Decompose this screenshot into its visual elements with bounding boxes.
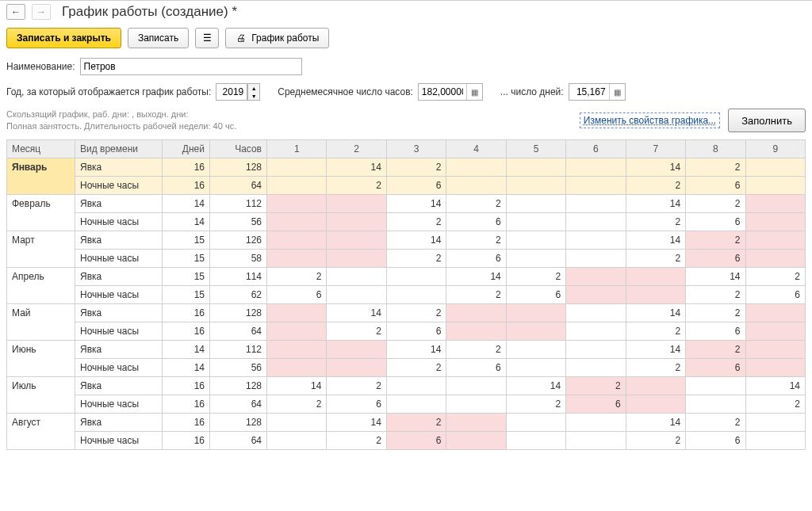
day-cell[interactable] (386, 395, 446, 413)
day-cell[interactable]: 2 (446, 194, 506, 212)
day-cell[interactable]: 6 (686, 322, 745, 340)
day-cell[interactable] (327, 267, 386, 285)
save-and-close-button[interactable]: Записать и закрыть (6, 28, 121, 48)
day-cell[interactable]: 6 (686, 176, 745, 194)
hours-cell[interactable]: 64 (210, 322, 267, 340)
day-cell[interactable] (745, 322, 806, 340)
days-cell[interactable]: 14 (163, 194, 210, 212)
days-cell[interactable]: 16 (163, 395, 210, 413)
day-cell[interactable]: 14 (327, 158, 386, 176)
days-cell[interactable]: 16 (163, 322, 210, 340)
day-cell[interactable] (506, 431, 565, 449)
day-cell[interactable]: 2 (267, 267, 327, 285)
day-cell[interactable] (745, 303, 806, 322)
day-cell[interactable] (566, 340, 626, 358)
days-cell[interactable]: 16 (163, 158, 210, 176)
day-cell[interactable] (267, 431, 327, 449)
day-cell[interactable] (506, 303, 565, 322)
table-row[interactable]: ИюньЯвка14112142142 (7, 340, 806, 358)
table-row[interactable]: ФевральЯвка14112142142 (7, 194, 806, 212)
change-properties-link[interactable]: Изменить свойства графика... (580, 112, 720, 128)
days-cell[interactable]: 14 (163, 340, 210, 358)
day-cell[interactable]: 2 (446, 285, 506, 303)
day-cell[interactable] (327, 340, 386, 358)
day-cell[interactable]: 6 (386, 322, 446, 340)
hours-cell[interactable]: 126 (210, 231, 267, 249)
day-cell[interactable] (267, 340, 327, 358)
hours-cell[interactable]: 128 (210, 303, 267, 322)
day-cell[interactable] (745, 413, 806, 431)
calculator-icon[interactable]: ▦ (609, 84, 625, 100)
hours-cell[interactable]: 64 (210, 395, 267, 413)
day-cell[interactable]: 14 (686, 267, 745, 285)
day-cell[interactable] (745, 340, 806, 358)
hours-cell[interactable]: 58 (210, 249, 267, 267)
days-cell[interactable]: 15 (163, 231, 210, 249)
day-cell[interactable] (686, 376, 745, 395)
table-row[interactable]: Ночные часы16642626 (7, 322, 806, 340)
day-cell[interactable]: 2 (686, 340, 745, 358)
day-cell[interactable]: 14 (506, 376, 565, 395)
day-cell[interactable] (506, 212, 565, 231)
day-cell[interactable] (506, 413, 565, 431)
day-cell[interactable] (745, 176, 806, 194)
day-cell[interactable]: 14 (386, 194, 446, 212)
table-row[interactable]: Ночные часы14562626 (7, 212, 806, 231)
day-cell[interactable]: 6 (566, 395, 626, 413)
day-cell[interactable]: 2 (327, 376, 386, 395)
table-row[interactable]: Ночные часы14562626 (7, 358, 806, 376)
day-cell[interactable]: 14 (386, 340, 446, 358)
schedule-table[interactable]: Месяц Вид времени Дней Часов 1 2 3 4 5 6… (6, 139, 806, 450)
days-cell[interactable]: 15 (163, 285, 210, 303)
day-cell[interactable] (267, 231, 327, 249)
day-cell[interactable] (686, 395, 745, 413)
day-cell[interactable] (566, 285, 626, 303)
report-button[interactable]: ☰ (195, 28, 219, 48)
table-row[interactable]: ЯнварьЯвка16128142142 (7, 158, 806, 176)
day-cell[interactable]: 6 (686, 358, 745, 376)
day-cell[interactable] (566, 249, 626, 267)
table-row[interactable]: ИюльЯвка1612814214214 (7, 376, 806, 395)
day-cell[interactable]: 2 (386, 413, 446, 431)
day-cell[interactable]: 2 (626, 322, 685, 340)
day-cell[interactable] (626, 376, 685, 395)
day-cell[interactable] (566, 267, 626, 285)
table-row[interactable]: МайЯвка16128142142 (7, 303, 806, 322)
day-cell[interactable]: 2 (626, 358, 685, 376)
avg-hours-input[interactable] (419, 84, 466, 100)
day-cell[interactable] (566, 194, 626, 212)
day-cell[interactable]: 6 (327, 395, 386, 413)
day-cell[interactable]: 14 (267, 376, 327, 395)
day-cell[interactable] (626, 285, 685, 303)
days-cell[interactable]: 15 (163, 267, 210, 285)
day-cell[interactable]: 2 (386, 249, 446, 267)
day-cell[interactable] (267, 158, 327, 176)
day-cell[interactable] (506, 158, 565, 176)
day-cell[interactable]: 2 (386, 212, 446, 231)
day-cell[interactable]: 14 (626, 231, 685, 249)
day-cell[interactable]: 2 (745, 267, 806, 285)
day-cell[interactable]: 6 (686, 249, 745, 267)
day-cell[interactable] (506, 358, 565, 376)
day-cell[interactable]: 2 (267, 395, 327, 413)
day-cell[interactable] (267, 322, 327, 340)
day-cell[interactable] (446, 376, 506, 395)
calculator-icon[interactable]: ▦ (466, 84, 482, 100)
hours-cell[interactable]: 64 (210, 176, 267, 194)
day-cell[interactable] (386, 285, 446, 303)
hours-cell[interactable]: 128 (210, 158, 267, 176)
save-button[interactable]: Записать (128, 28, 189, 48)
day-cell[interactable]: 2 (745, 395, 806, 413)
day-cell[interactable] (506, 249, 565, 267)
day-cell[interactable] (327, 194, 386, 212)
day-cell[interactable] (745, 212, 806, 231)
days-cell[interactable]: 16 (163, 376, 210, 395)
table-row[interactable]: Ночные часы156262626 (7, 285, 806, 303)
nav-back-button[interactable]: ← (6, 4, 25, 20)
day-cell[interactable]: 6 (446, 212, 506, 231)
day-cell[interactable]: 6 (686, 212, 745, 231)
day-cell[interactable]: 2 (327, 431, 386, 449)
day-cell[interactable]: 6 (686, 431, 745, 449)
fill-button[interactable]: Заполнить (728, 109, 806, 132)
table-row[interactable]: АвгустЯвка16128142142 (7, 413, 806, 431)
